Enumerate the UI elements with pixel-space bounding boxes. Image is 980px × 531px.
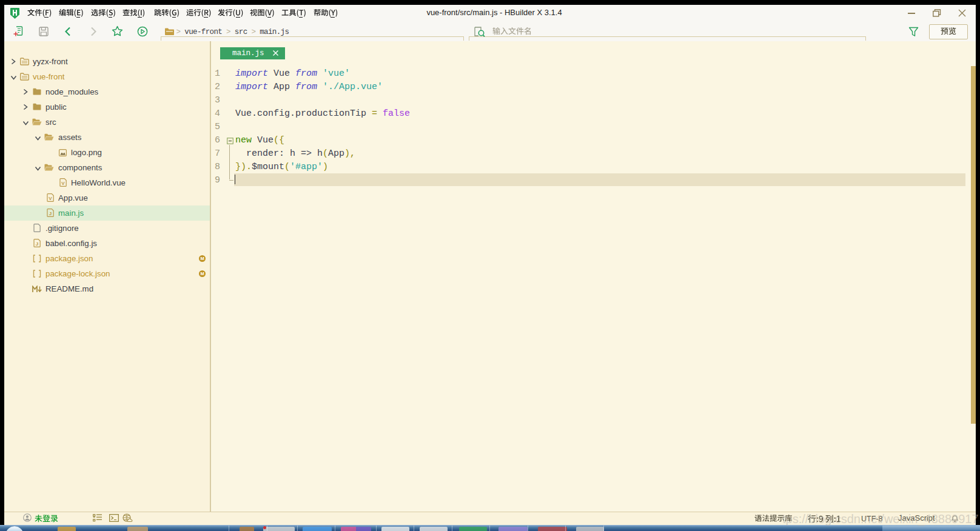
svg-text:J: J: [49, 211, 52, 216]
svg-text:V: V: [61, 181, 65, 186]
svg-text:V: V: [49, 196, 52, 201]
svg-text:J: J: [36, 241, 38, 247]
